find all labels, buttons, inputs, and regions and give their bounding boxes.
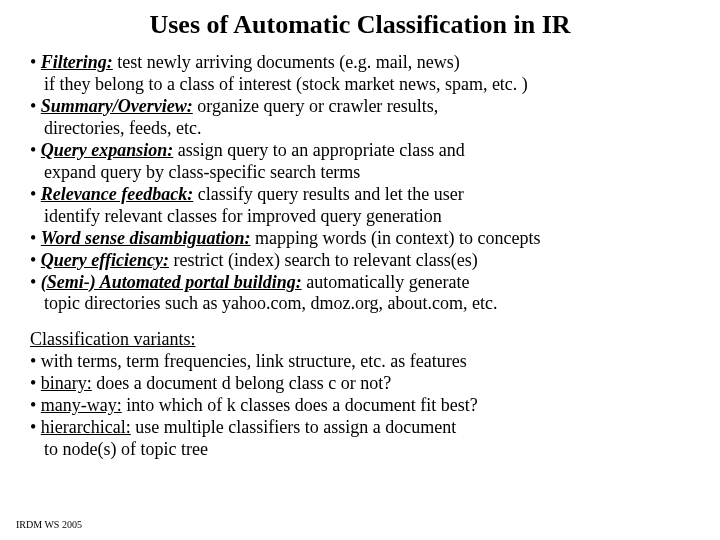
use-cont: expand query by class-specific search te…: [30, 162, 690, 184]
variant-item: • hierarchical: use multiple classifiers…: [30, 417, 690, 439]
variant-item: • binary: does a document d belong class…: [30, 373, 690, 395]
use-item: • Summary/Overview: organize query or cr…: [30, 96, 690, 140]
use-term: Filtering:: [41, 52, 113, 72]
uses-list: • Filtering: test newly arriving documen…: [30, 52, 690, 315]
variant-item: • with terms, term frequencies, link str…: [30, 351, 690, 373]
slide-body: • Filtering: test newly arriving documen…: [30, 52, 690, 461]
use-term: Query expansion:: [41, 140, 174, 160]
variant-term: binary:: [41, 373, 92, 393]
use-item: • Relevance feedback: classify query res…: [30, 184, 690, 228]
variants-list: • with terms, term frequencies, link str…: [30, 351, 690, 439]
variant-term: many-way:: [41, 395, 122, 415]
slide-title: Uses of Automatic Classification in IR: [30, 10, 690, 40]
use-item: • Query efficiency: restrict (index) sea…: [30, 250, 690, 272]
use-item: • (Semi-) Automated portal building: aut…: [30, 272, 690, 316]
use-cont: if they belong to a class of interest (s…: [30, 74, 690, 96]
use-term: Query efficiency:: [41, 250, 169, 270]
use-cont: identify relevant classes for improved q…: [30, 206, 690, 228]
variant-term: hierarchical:: [41, 417, 131, 437]
use-item: • Word sense disambiguation: mapping wor…: [30, 228, 690, 250]
use-cont: topic directories such as yahoo.com, dmo…: [30, 293, 690, 315]
use-item: • Query expansion: assign query to an ap…: [30, 140, 690, 184]
variants-section: Classification variants: • with terms, t…: [30, 329, 690, 461]
use-term: Summary/Overview:: [41, 96, 193, 116]
use-item: • Filtering: test newly arriving documen…: [30, 52, 690, 96]
variant-item: • many-way: into which of k classes does…: [30, 395, 690, 417]
use-cont: directories, feeds, etc.: [30, 118, 690, 140]
footer: IRDM WS 2005: [16, 519, 82, 530]
use-term: Word sense disambiguation:: [41, 228, 251, 248]
variants-heading: Classification variants:: [30, 329, 195, 349]
variants-cont: to node(s) of topic tree: [30, 439, 690, 461]
use-term: (Semi-) Automated portal building:: [41, 272, 302, 292]
use-term: Relevance feedback:: [41, 184, 193, 204]
